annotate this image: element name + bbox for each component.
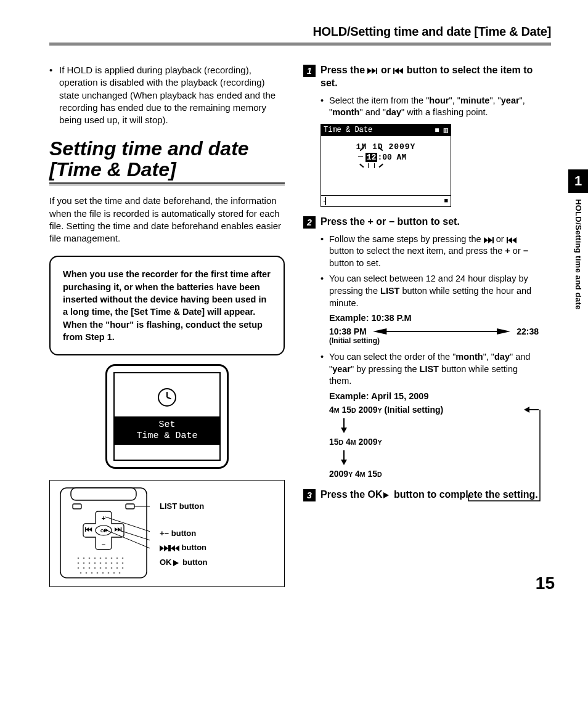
svg-rect-16	[73, 504, 81, 509]
svg-point-34	[94, 562, 96, 564]
svg-point-36	[105, 562, 107, 564]
screen-title: Time & Date	[324, 126, 372, 135]
lcd-line-1: Set	[115, 420, 219, 431]
step-2-bullet-2: • You can select between 12 and 24 hour …	[321, 273, 539, 309]
step-number-1: 1	[303, 65, 316, 77]
intro-paragraph: If you set the time and date beforehand,…	[49, 195, 285, 245]
step-1: 1 Press the or button to select the item…	[303, 64, 539, 90]
step-1-bullet: • Select the item from the "hour", "minu…	[321, 95, 539, 119]
clock-icon	[158, 388, 176, 407]
svg-point-43	[94, 567, 96, 569]
example-date: Example: April 15, 2009	[329, 391, 539, 401]
svg-point-39	[122, 562, 124, 564]
svg-point-25	[94, 558, 96, 559]
lcd-line-2: Time & Date	[115, 431, 219, 442]
notice-bold: Set Time & Date	[134, 307, 202, 317]
svg-point-23	[83, 558, 85, 559]
svg-point-28	[111, 558, 113, 559]
first-use-notice: When you use the recorder for the first …	[49, 256, 285, 355]
time-format-compare: 10:38 PM 22:38 (Initial setting)	[329, 327, 539, 345]
page-header: HOLD/Setting time and date [Time & Date]	[49, 25, 551, 39]
svg-point-41	[83, 567, 85, 569]
svg-point-53	[102, 572, 104, 574]
svg-point-38	[116, 562, 118, 564]
date-order-cycle: 4M 15D 2009Y (Initial setting) 15D 4M 20…	[329, 405, 539, 479]
step-number-3: 3	[303, 489, 316, 501]
arrow-down-icon	[340, 450, 348, 465]
svg-point-24	[89, 558, 91, 559]
battery-icon: ▥	[444, 126, 448, 135]
svg-point-47	[116, 567, 118, 569]
svg-point-51	[91, 572, 93, 574]
svg-text:+: +	[102, 514, 105, 522]
side-label: HOLD/Setting time and date	[574, 199, 583, 310]
screen-time: 12 :00 AM	[365, 153, 406, 162]
svg-point-30	[122, 558, 124, 559]
screen-br: ■	[444, 197, 448, 205]
svg-point-49	[80, 572, 82, 574]
svg-point-56	[119, 572, 121, 574]
right-column: 1 Press the or button to select the item…	[303, 64, 551, 587]
stop-icon: ■	[435, 126, 439, 135]
step-2-bullet-1: • Follow the same steps by pressing the …	[321, 233, 539, 270]
example-1038: Example: 10:38 P.M	[329, 313, 539, 323]
svg-point-29	[116, 558, 118, 559]
svg-point-27	[105, 558, 107, 559]
left-column: • If HOLD is applied during playback (re…	[49, 64, 285, 587]
svg-point-50	[86, 572, 88, 574]
step-1-heading: Press the or button to select the item t…	[321, 64, 539, 90]
section-heading: Setting time and date [Time & Date]	[49, 139, 285, 180]
svg-point-35	[100, 562, 102, 564]
svg-point-54	[108, 572, 110, 574]
svg-point-40	[78, 567, 80, 569]
svg-point-42	[89, 567, 91, 569]
svg-point-48	[122, 567, 124, 569]
hold-note-text: If HOLD is applied during playback (reco…	[59, 64, 285, 126]
svg-rect-15	[71, 488, 136, 500]
svg-point-33	[89, 562, 91, 564]
svg-point-55	[113, 572, 115, 574]
time-date-screen: Time & Date ■ ▥ 1M 1D 2009Y 12	[321, 124, 451, 207]
time-24h: 22:38	[517, 327, 539, 336]
svg-point-44	[100, 567, 102, 569]
label-seek-button: button	[160, 540, 208, 554]
chapter-number: 1	[568, 169, 588, 193]
svg-point-37	[111, 562, 113, 564]
device-illustration: + − OK	[49, 480, 285, 587]
screen-date: 1M 1D 2009Y	[321, 142, 451, 152]
label-ok-button: OK button	[160, 555, 208, 569]
svg-point-26	[100, 558, 102, 559]
svg-point-32	[83, 562, 85, 564]
arrow-down-icon	[340, 418, 348, 433]
header-rule	[49, 43, 551, 46]
cycle-return-line	[467, 408, 541, 504]
label-plus-minus: +− button	[160, 526, 208, 540]
svg-rect-17	[126, 504, 134, 509]
side-tab: 1 HOLD/Setting time and date	[568, 169, 588, 310]
page-number: 15	[536, 574, 555, 593]
svg-point-46	[111, 567, 113, 569]
double-arrow-icon	[373, 327, 510, 336]
step-2-heading: Press the + or − button to set.	[321, 216, 460, 229]
svg-text:−: −	[102, 541, 105, 548]
screen-bl: ┨	[324, 197, 328, 205]
initial-setting-note: (Initial setting)	[329, 336, 539, 345]
svg-point-52	[97, 572, 99, 574]
step-2: 2 Press the + or − button to set.	[303, 216, 539, 229]
svg-point-31	[78, 562, 80, 564]
step-number-2: 2	[303, 216, 316, 229]
step-2-bullet-3: • You can select the order of the "month…	[321, 351, 539, 387]
svg-point-22	[78, 558, 80, 559]
section-rule	[49, 182, 285, 186]
device-drawing: + − OK	[57, 487, 150, 579]
label-list-button: LIST button	[160, 499, 208, 513]
svg-point-45	[105, 567, 107, 569]
hold-note: • If HOLD is applied during playback (re…	[49, 64, 285, 126]
lcd-illustration: Set Time & Date	[105, 364, 229, 469]
time-12h: 10:38 PM	[329, 327, 367, 336]
